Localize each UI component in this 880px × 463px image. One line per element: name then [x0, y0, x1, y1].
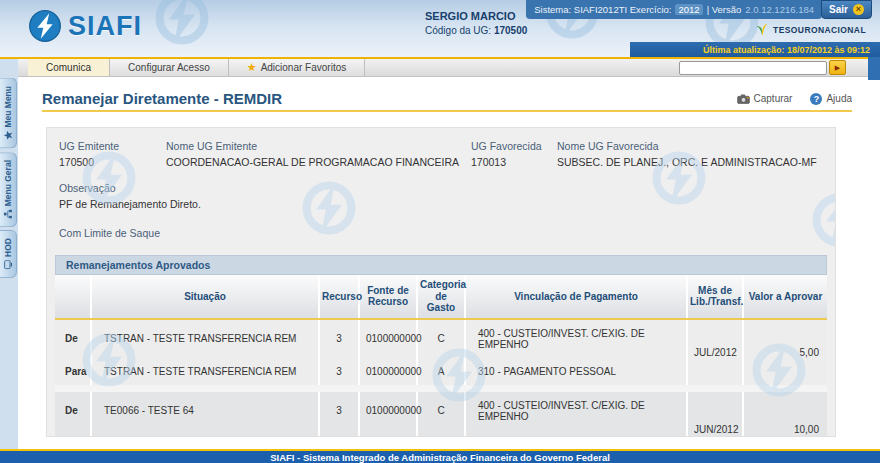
sitemap-icon	[4, 210, 13, 220]
tab-label: Configurar Acesso	[128, 62, 210, 73]
col-empty	[55, 275, 91, 319]
cell-recurso: 3	[319, 392, 359, 430]
sidebar-item-meu-menu[interactable]: Meu Menu	[0, 78, 17, 149]
cell-fonte: 0100000000	[359, 319, 417, 358]
col-mes-lib: Mês de Lib./Transf.	[687, 275, 743, 319]
capturar-button[interactable]: Capturar	[737, 93, 793, 104]
help-icon: ?	[810, 93, 822, 105]
system-label: Sistema: SIAFI2012TI Exercício:	[534, 4, 671, 15]
cell-vinculacao: 417 - CUSTEIO/INVESTIMENTO - PAC	[465, 430, 687, 438]
cell-categoria: C	[417, 392, 465, 430]
cell-valor: 10,00	[743, 392, 827, 438]
capturar-label: Capturar	[754, 93, 793, 104]
sidebar-item-label: Meu Menu	[3, 86, 13, 128]
cell-recurso: 3	[319, 319, 359, 358]
cell-para: Para	[55, 430, 91, 438]
field-ug-favorecida: UG Favorecida 170013	[471, 140, 557, 168]
sidebar-item-label: HOD	[3, 238, 13, 257]
cell-fonte: 0100000000	[359, 358, 417, 385]
cell-categoria: C	[417, 319, 465, 358]
field-label: Observação	[59, 182, 823, 194]
page-title: Remanejar Diretamente - REMDIR	[42, 90, 282, 107]
cell-de: De	[55, 319, 91, 358]
cell-categoria: A	[417, 358, 465, 385]
com-limite-de-saque-label: Com Limite de Saque	[55, 227, 827, 239]
tab-configurar-acesso[interactable]: Configurar Acesso	[110, 59, 229, 76]
user-info: SERGIO MARCIO Código da UG: 170500	[425, 10, 527, 36]
field-value: 170500	[59, 156, 166, 168]
header-edge-decoration	[868, 57, 880, 80]
ajuda-button[interactable]: ? Ajuda	[810, 93, 852, 105]
ug-fields-row: UG Emitente 170500 Nome UG Emitente COOR…	[55, 140, 827, 168]
camera-icon	[737, 94, 750, 104]
siafi-logo: SIAFI	[28, 9, 142, 43]
sidebar-item-menu-geral[interactable]: Menu Geral	[0, 152, 17, 227]
section-remanejamentos-aprovados: Remanejamentos Aprovados	[55, 255, 827, 275]
cell-situacao: TE0066 - TESTE 64	[91, 392, 319, 430]
table-header-row: Situação Recurso Fonte de Recurso Catego…	[55, 275, 827, 319]
sidebar-item-label: Menu Geral	[3, 160, 13, 206]
col-vinculacao: Vinculação de Pagamento	[465, 275, 687, 319]
user-ug: Código da UG: 170500	[425, 25, 527, 36]
exercicio-year: 2012	[675, 4, 702, 15]
sair-button[interactable]: Sair ×	[821, 0, 872, 19]
last-update-bar: Última atualização: 18/07/2012 às 09:12	[630, 42, 880, 57]
field-nome-ug-emitente: Nome UG Emitente COORDENACAO-GERAL DE PR…	[166, 140, 471, 168]
cell-situacao: TA0000 - SITUACAO PARA TESTES AUTOMATIZA…	[91, 430, 319, 438]
cell-fonte: 0100000000	[359, 392, 417, 430]
field-ug-emitente: UG Emitente 170500	[59, 140, 166, 168]
star-icon: ★	[247, 61, 257, 74]
sidebar-item-hod[interactable]: HOD	[0, 230, 17, 278]
siafi-logo-icon	[28, 9, 62, 43]
cell-de: De	[55, 392, 91, 430]
close-icon: ×	[853, 4, 864, 15]
table-row-de: De TSTRAN - TESTE TRANSFERENCIA REM 3 01…	[55, 319, 827, 358]
cell-para: Para	[55, 358, 91, 385]
tab-adicionar-favoritos[interactable]: ★ Adicionar Favoritos	[229, 59, 365, 76]
search-go-button[interactable]: ▶	[829, 60, 846, 75]
cell-situacao: TSTRAN - TESTE TRANSFERENCIA REM	[91, 319, 319, 358]
cell-valor: 5,00	[743, 319, 827, 385]
field-label: Nome UG Favorecida	[557, 140, 823, 152]
field-observacao: Observação PF de Remanejamento Direto.	[55, 182, 827, 210]
ajuda-label: Ajuda	[826, 93, 852, 104]
cell-vinculacao: 400 - CUSTEIO/INVEST. C/EXIG. DE EMPENHO	[465, 319, 687, 358]
search-area: ▶	[679, 60, 846, 75]
version-number: 2.0.12.1216.184	[745, 4, 814, 15]
cell-recurso: 3	[319, 430, 359, 438]
col-fonte-recurso: Fonte de Recurso	[359, 275, 417, 319]
tab-comunica[interactable]: Comunica	[28, 59, 110, 76]
field-label: Nome UG Emitente	[166, 140, 471, 152]
ug-value: 170500	[494, 25, 527, 36]
cell-mes: JUL/2012	[687, 319, 743, 385]
siafi-logo-text: SIAFI	[68, 11, 142, 42]
field-nome-ug-favorecida: Nome UG Favorecida SUBSEC. DE PLANEJ., O…	[557, 140, 823, 168]
group-spacer	[55, 385, 827, 392]
user-name: SERGIO MARCIO	[425, 10, 527, 22]
app-footer: SIAFI - Sistema Integrado de Administraç…	[0, 449, 880, 463]
tab-label: Comunica	[46, 62, 91, 73]
cell-mes: JUN/2012	[687, 392, 743, 438]
siafi-watermark	[150, 0, 214, 50]
cell-categoria: C	[417, 430, 465, 438]
app-header: SIAFI SERGIO MARCIO Código da UG: 170500…	[0, 0, 880, 57]
search-input[interactable]	[679, 61, 827, 75]
field-label: UG Emitente	[59, 140, 166, 152]
form-panel: UG Emitente 170500 Nome UG Emitente COOR…	[46, 127, 836, 437]
field-value: COORDENACAO-GERAL DE PROGRAMACAO FINANCE…	[166, 156, 471, 168]
tesouro-nacional-icon	[754, 22, 770, 38]
col-recurso: Recurso	[319, 275, 359, 319]
main-content: Remanejar Diretamente - REMDIR Capturar …	[18, 80, 880, 449]
col-valor-aprovar: Valor a Aprovar	[743, 275, 827, 319]
monitor-icon	[4, 261, 13, 271]
cell-vinculacao: 400 - CUSTEIO/INVEST. C/EXIG. DE EMPENHO	[465, 392, 687, 430]
col-situacao: Situação	[91, 275, 319, 319]
sidebar-tabs: Meu Menu Menu Geral HOD	[0, 78, 18, 278]
star-icon	[4, 131, 13, 141]
cell-vinculacao: 310 - PAGAMENTO PESSOAL	[465, 358, 687, 385]
page-title-row: Remanejar Diretamente - REMDIR Capturar …	[42, 90, 852, 107]
sair-label: Sair	[829, 4, 848, 15]
title-divider	[42, 110, 852, 112]
versao-label: | Versão	[707, 4, 742, 15]
system-info-bar: Sistema: SIAFI2012TI Exercício: 2012 | V…	[526, 0, 822, 19]
